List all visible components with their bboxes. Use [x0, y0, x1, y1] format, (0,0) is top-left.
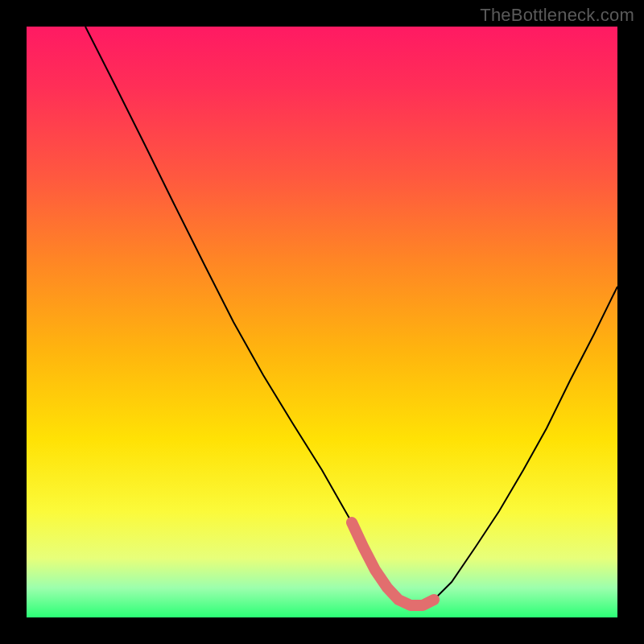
watermark-text: TheBottleneck.com — [480, 5, 634, 26]
valley-highlight — [352, 522, 434, 605]
chart-svg — [27, 27, 617, 617]
chart-frame: TheBottleneck.com — [0, 0, 644, 644]
plot-area — [27, 27, 617, 617]
